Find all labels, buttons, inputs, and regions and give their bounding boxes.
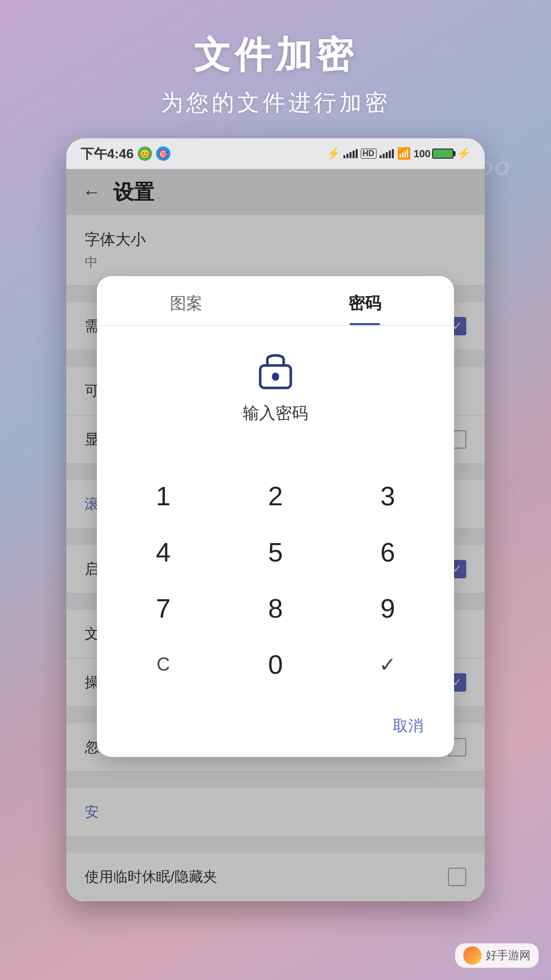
dialog-tabs: 图案 密码: [97, 276, 454, 326]
charging-icon: ⚡: [457, 147, 470, 160]
numpad-btn-2[interactable]: 2: [230, 471, 321, 522]
lock-label: 输入密码: [243, 402, 308, 425]
sub-title: 为您的文件进行加密: [0, 88, 551, 118]
lock-area: 输入密码: [97, 326, 454, 435]
icon-blue-circle: 🎯: [156, 146, 170, 161]
tab-pattern[interactable]: 图案: [97, 276, 276, 325]
lock-icon: [253, 346, 298, 392]
status-left: 下午4:46 😊 🎯: [81, 145, 170, 163]
battery-level: 100: [414, 148, 431, 160]
numpad-btn-6[interactable]: 6: [342, 527, 434, 578]
numpad-btn-confirm[interactable]: ✓: [342, 639, 434, 690]
wifi-icon: 📶: [397, 147, 411, 160]
status-time: 下午4:46: [81, 145, 134, 163]
numpad-row-4: C 0 ✓: [117, 639, 434, 690]
dialog-cancel-row: 取消: [97, 705, 454, 757]
main-title: 文件加密: [0, 31, 551, 80]
status-bar: 下午4:46 😊 🎯 ⚡ HD: [66, 138, 485, 169]
numpad-btn-9[interactable]: 9: [342, 583, 434, 634]
top-title-area: 文件加密 为您的文件进行加密: [0, 0, 551, 138]
numpad-row-3: 7 8 9: [117, 583, 434, 634]
numpad-btn-8[interactable]: 8: [230, 583, 321, 634]
numpad-btn-0[interactable]: 0: [230, 639, 321, 690]
password-dialog: 图案 密码 输入密码: [97, 276, 454, 757]
hd-badge: HD: [361, 149, 377, 159]
logo-icon: [463, 946, 482, 965]
tab-password[interactable]: 密码: [276, 276, 454, 325]
numpad-btn-5[interactable]: 5: [230, 527, 321, 578]
numpad-btn-1[interactable]: 1: [117, 471, 209, 522]
numpad-btn-3[interactable]: 3: [342, 471, 434, 522]
signal-bars: [343, 149, 358, 158]
battery-icon: [432, 149, 454, 159]
battery-indicator: 100: [414, 148, 454, 160]
pin-display: [97, 435, 454, 465]
icon-green-circle: 😊: [138, 146, 152, 161]
status-right: ⚡ HD 📶 100: [327, 147, 470, 160]
numpad-row-2: 4 5 6: [117, 527, 434, 578]
numpad-row-1: 1 2 3: [117, 471, 434, 522]
svg-rect-1: [272, 373, 279, 381]
phone-mockup: 下午4:46 😊 🎯 ⚡ HD: [66, 138, 485, 901]
logo-text: 好手游网: [486, 948, 531, 963]
bottom-logo: 好手游网: [455, 943, 539, 968]
signal-bars-2: [380, 149, 394, 158]
cancel-button[interactable]: 取消: [383, 710, 434, 742]
bluetooth-icon: ⚡: [327, 147, 340, 160]
numpad-btn-clear[interactable]: C: [117, 639, 209, 690]
numpad-btn-7[interactable]: 7: [117, 583, 209, 634]
app-content: ← 设置 字体大小 中 需要按两次返回键才能离开应用程序 ✓ 可: [66, 169, 485, 901]
numpad: 1 2 3 4 5 6 7 8 9 C: [97, 465, 454, 705]
numpad-btn-4[interactable]: 4: [117, 527, 209, 578]
